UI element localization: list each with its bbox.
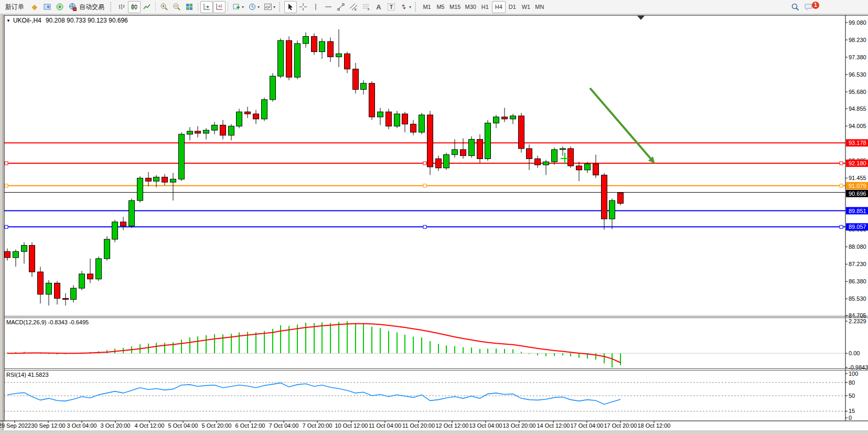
period-button[interactable]: ▾ — [246, 1, 262, 13]
tile-windows-button[interactable] — [183, 1, 196, 13]
line-chart-icon — [143, 3, 151, 11]
line-handle[interactable] — [5, 225, 8, 228]
rsi-tick-label: 0 — [849, 415, 852, 421]
timeframe-d1-button[interactable]: D1 — [506, 1, 519, 13]
equidistant-channel-button[interactable]: E — [347, 1, 360, 13]
trendline-button[interactable] — [335, 1, 347, 13]
dropdown-caret: ▾ — [273, 5, 275, 9]
timeframe-w1-button[interactable]: W1 — [519, 1, 533, 13]
line-handle[interactable] — [5, 162, 8, 165]
toolbar-grip — [110, 2, 114, 12]
timeframe-label: M15 — [449, 4, 460, 10]
zoom-out-button[interactable] — [170, 1, 183, 13]
cursor-button[interactable] — [284, 1, 297, 13]
candle — [195, 131, 201, 133]
macd-histogram-bar — [430, 341, 431, 353]
line-chart-button[interactable] — [141, 1, 153, 13]
timeframe-label: M5 — [436, 4, 444, 10]
candle — [262, 100, 267, 119]
line-handle[interactable] — [840, 162, 843, 165]
macd-histogram-bar — [512, 350, 513, 354]
candle — [104, 239, 110, 259]
candle — [170, 179, 176, 182]
crosshair-button[interactable] — [297, 1, 309, 13]
chart-area[interactable]: 99.08098.23097.38096.53095.68094.85594.0… — [0, 0, 868, 434]
chart-shift-button[interactable] — [213, 1, 226, 13]
macd-histogram-bar — [189, 337, 190, 353]
chat-button[interactable]: 1 — [802, 1, 816, 13]
line-handle[interactable] — [423, 184, 426, 187]
current-price-label-text: 90.696 — [849, 190, 866, 197]
timeframe-mn-button[interactable]: MN — [533, 1, 546, 13]
horizontal-line-button[interactable] — [322, 1, 335, 13]
auto-scroll-icon — [202, 3, 211, 11]
auto-scroll-button[interactable] — [200, 1, 213, 13]
timeframe-label: M1 — [423, 4, 431, 10]
toolbar: 新订单 ◆ 自动交易 — [0, 0, 868, 14]
candle-chart-icon — [130, 3, 138, 11]
text-label-button[interactable]: T — [385, 1, 398, 13]
candle — [444, 155, 449, 168]
macd-histogram-bar — [222, 334, 223, 353]
macd-histogram-bar — [197, 336, 198, 353]
svg-text:E: E — [355, 8, 357, 11]
macd-histogram-bar — [578, 353, 580, 358]
equidistant-channel-icon: E — [349, 3, 358, 11]
macd-histogram-bar — [214, 334, 215, 353]
timeframe-h4-button[interactable]: H4 — [492, 1, 506, 13]
line-handle[interactable] — [423, 225, 426, 228]
arrows-button[interactable]: ▾ — [398, 1, 413, 13]
line-handle[interactable] — [5, 184, 8, 187]
macd-histogram-bar — [330, 323, 331, 354]
autotrading-button[interactable]: 自动交易 — [66, 1, 109, 13]
time-axis-label: 13 Oct 20:00 — [503, 422, 536, 429]
bar-chart-button[interactable] — [115, 1, 128, 13]
timeframe-m15-button[interactable]: M15 — [447, 1, 463, 13]
fibonacci-button[interactable]: F — [360, 1, 372, 13]
price-tick-label: 86.380 — [849, 278, 866, 284]
line-handle[interactable] — [840, 225, 843, 228]
candle — [13, 251, 19, 258]
signals-button[interactable] — [53, 1, 66, 13]
candle — [55, 283, 60, 298]
line-handle[interactable] — [423, 162, 426, 165]
timeframe-m1-button[interactable]: M1 — [420, 1, 434, 13]
candle — [220, 125, 226, 135]
timeframe-h1-button[interactable]: H1 — [478, 1, 492, 13]
text-button[interactable]: A — [372, 1, 385, 13]
candle — [452, 150, 458, 155]
candle — [576, 166, 582, 170]
navigator-button[interactable] — [41, 1, 53, 13]
rsi-tick-label: 80 — [849, 379, 855, 386]
macd-histogram-bar — [463, 347, 464, 354]
line-handle[interactable] — [840, 184, 843, 187]
new-order-button[interactable]: 新订单 — [1, 1, 28, 13]
arrows-icon — [400, 3, 408, 11]
candle — [270, 76, 276, 100]
timeframe-m5-button[interactable]: M5 — [434, 1, 447, 13]
time-axis-label: 13 Oct 04:00 — [469, 422, 502, 429]
vertical-line-button[interactable] — [309, 1, 322, 13]
toolbar-grip — [279, 2, 283, 12]
price-line-label-text: 89.057 — [849, 224, 866, 230]
macd-tick-label: 0.00 — [849, 350, 860, 356]
candle — [237, 112, 242, 126]
macd-histogram-bar — [413, 337, 414, 354]
new-chart-button[interactable]: ▾ — [230, 1, 246, 13]
timeframe-label: H4 — [495, 4, 502, 10]
dropdown-caret: ▾ — [242, 5, 244, 9]
indicators-button[interactable]: ▾ — [262, 1, 277, 13]
market-watch-button[interactable]: ◆ — [28, 1, 41, 13]
zoom-in-button[interactable] — [158, 1, 170, 13]
price-tick-label: 97.380 — [849, 54, 866, 60]
search-button[interactable] — [789, 1, 802, 13]
macd-histogram-bar — [446, 345, 447, 353]
timeframe-m30-button[interactable]: M30 — [463, 1, 478, 13]
candle — [229, 126, 234, 135]
bar-chart-icon — [117, 3, 126, 11]
macd-histogram-bar — [181, 340, 182, 353]
timeframe-label: MN — [535, 4, 544, 10]
candle-chart-button[interactable] — [128, 1, 141, 13]
candle — [527, 149, 532, 158]
macd-histogram-bar — [380, 328, 381, 353]
